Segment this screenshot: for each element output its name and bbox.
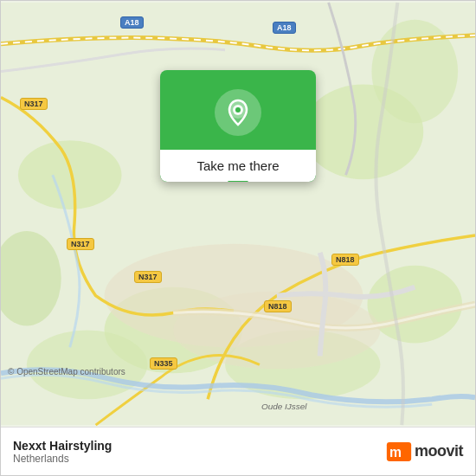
location-pin — [215, 89, 261, 136]
map-container[interactable]: Oude IJssel A18 A18 N317 N317 N317 N818 … — [1, 1, 475, 427]
copyright-text: © OpenStreetMap contributors — [8, 367, 125, 376]
location-title: Nexxt Hairstyling — [13, 439, 112, 453]
svg-point-14 — [235, 107, 241, 113]
take-me-there-popup[interactable]: Take me there — [160, 70, 316, 182]
road-badge-a18-1: A18 — [120, 16, 144, 29]
take-me-there-label: Take me there — [160, 150, 316, 182]
road-badge-n818-1: N818 — [331, 254, 359, 266]
popup-icon-area — [160, 70, 316, 150]
footer-info: Nexxt Hairstyling Netherlands — [13, 439, 112, 465]
location-pin-icon — [224, 99, 252, 126]
app: Oude IJssel A18 A18 N317 N317 N317 N818 … — [0, 0, 476, 476]
svg-point-1 — [18, 140, 122, 209]
map-svg: Oude IJssel — [1, 1, 475, 427]
svg-point-4 — [367, 266, 462, 344]
moovit-icon: m — [386, 442, 412, 461]
location-subtitle: Netherlands — [13, 453, 112, 465]
svg-text:m: m — [389, 445, 402, 460]
road-badge-n818-2: N818 — [264, 300, 292, 312]
road-badge-n335: N335 — [150, 357, 177, 370]
road-badge-a18-2: A18 — [273, 22, 296, 34]
svg-text:Oude IJssel: Oude IJssel — [261, 402, 307, 411]
moovit-text: moovit — [415, 442, 463, 460]
footer: Nexxt Hairstyling Netherlands m moovit — [1, 427, 475, 475]
road-badge-n317-1: N317 — [20, 98, 48, 110]
road-badge-n317-2: N317 — [67, 238, 94, 250]
road-badge-n317-3: N317 — [134, 271, 162, 283]
moovit-logo: m moovit — [386, 442, 463, 461]
